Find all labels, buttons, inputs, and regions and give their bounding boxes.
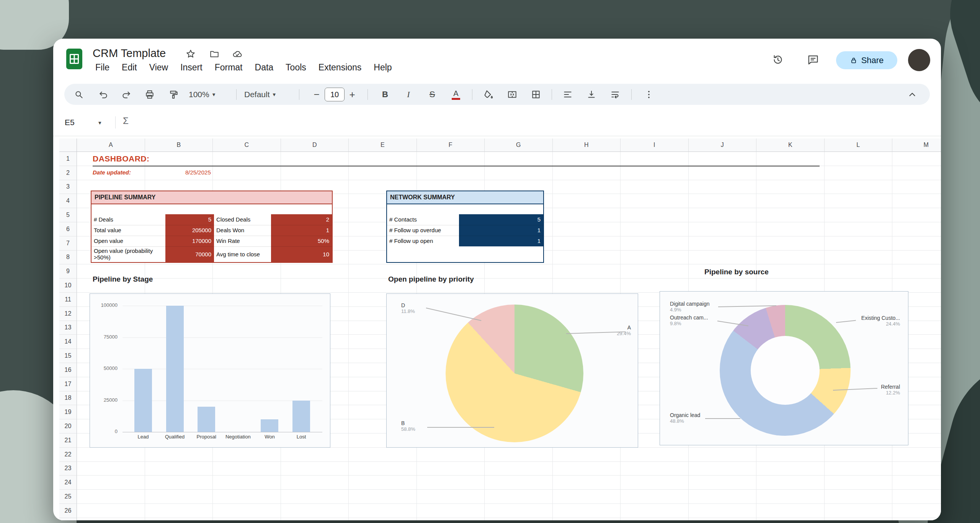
- date-updated-value[interactable]: 8/25/2025: [185, 169, 211, 176]
- column-header-A[interactable]: A: [77, 138, 145, 152]
- menu-edit[interactable]: Edit: [122, 62, 137, 73]
- row-header-9[interactable]: 9: [59, 264, 77, 279]
- row-header-11[interactable]: 11: [59, 293, 77, 307]
- row-header-17[interactable]: 17: [59, 377, 77, 391]
- row-header-13[interactable]: 13: [59, 321, 77, 335]
- cell[interactable]: 2: [271, 214, 332, 225]
- column-header-J[interactable]: J: [689, 138, 757, 152]
- network-summary-header[interactable]: NETWORK SUMMARY: [387, 191, 543, 204]
- blank-row[interactable]: [91, 204, 332, 214]
- dashboard-heading[interactable]: DASHBOARD:: [93, 154, 150, 163]
- row-header-24[interactable]: 24: [59, 476, 77, 490]
- row-header-23[interactable]: 23: [59, 462, 77, 476]
- decrease-font-size-icon[interactable]: −: [310, 88, 323, 101]
- comment-icon[interactable]: [807, 54, 819, 65]
- row-header-26[interactable]: 26: [59, 504, 77, 518]
- row-header-19[interactable]: 19: [59, 405, 77, 419]
- cell[interactable]: 5: [165, 214, 214, 225]
- cell[interactable]: Avg time to close: [214, 246, 271, 262]
- menu-extensions[interactable]: Extensions: [318, 62, 362, 73]
- zoom-select[interactable]: 100%▾: [189, 84, 215, 105]
- folder-icon[interactable]: [209, 48, 220, 60]
- row-header-4[interactable]: 4: [59, 194, 77, 208]
- column-header-L[interactable]: L: [825, 138, 893, 152]
- search-icon[interactable]: [72, 88, 86, 101]
- menu-format[interactable]: Format: [215, 62, 243, 73]
- column-header-H[interactable]: H: [553, 138, 621, 152]
- column-header-E[interactable]: E: [349, 138, 417, 152]
- borders-icon[interactable]: [529, 88, 543, 101]
- date-updated-label[interactable]: Date updated:: [93, 169, 131, 176]
- cloud-saved-icon[interactable]: [232, 48, 243, 60]
- bold-icon[interactable]: B: [378, 88, 392, 101]
- row-header-6[interactable]: 6: [59, 222, 77, 236]
- redo-icon[interactable]: [119, 88, 133, 101]
- italic-icon[interactable]: I: [402, 88, 415, 101]
- row-header-1[interactable]: 1: [59, 152, 77, 166]
- row-header-5[interactable]: 5: [59, 208, 77, 222]
- row-header-14[interactable]: 14: [59, 335, 77, 349]
- strikethrough-icon[interactable]: S: [425, 88, 439, 101]
- font-size-input[interactable]: 10: [325, 88, 345, 101]
- row-header-16[interactable]: 16: [59, 363, 77, 377]
- hide-toolbar-icon[interactable]: [905, 88, 919, 101]
- merge-cells-icon[interactable]: [505, 88, 519, 101]
- print-icon[interactable]: [143, 88, 157, 101]
- column-header-D[interactable]: D: [281, 138, 349, 152]
- version-history-icon[interactable]: [772, 54, 784, 65]
- menu-file[interactable]: File: [95, 62, 109, 73]
- row-header-21[interactable]: 21: [59, 433, 77, 448]
- row-header-20[interactable]: 20: [59, 419, 77, 433]
- row-header-15[interactable]: 15: [59, 349, 77, 363]
- cell[interactable]: 5: [459, 214, 543, 225]
- priority-pie-chart[interactable]: D 11.8% A 29.4% B 58.8%: [386, 293, 638, 448]
- cell[interactable]: 205000: [165, 225, 214, 236]
- row-header-22[interactable]: 22: [59, 448, 77, 462]
- cell[interactable]: 170000: [165, 236, 214, 246]
- account-avatar[interactable]: [908, 49, 930, 71]
- horizontal-align-icon[interactable]: [561, 88, 575, 101]
- column-header-C[interactable]: C: [213, 138, 281, 152]
- cell[interactable]: 50%: [271, 236, 332, 246]
- column-header-F[interactable]: F: [417, 138, 485, 152]
- more-options-icon[interactable]: [642, 88, 656, 101]
- menu-tools[interactable]: Tools: [286, 62, 306, 73]
- cell[interactable]: Win Rate: [214, 236, 271, 246]
- cell[interactable]: 1: [459, 236, 543, 246]
- row-header-8[interactable]: 8: [59, 251, 77, 265]
- row-header-2[interactable]: 2: [59, 166, 77, 180]
- select-all-corner[interactable]: [59, 138, 77, 152]
- increase-font-size-icon[interactable]: +: [345, 88, 359, 101]
- undo-icon[interactable]: [96, 88, 110, 101]
- cell[interactable]: # Follow up overdue: [387, 225, 459, 236]
- text-wrap-icon[interactable]: [608, 88, 622, 101]
- cell[interactable]: # Contacts: [387, 214, 459, 225]
- vertical-align-icon[interactable]: [585, 88, 598, 101]
- star-icon[interactable]: [185, 48, 196, 60]
- cell[interactable]: Deals Won: [214, 225, 271, 236]
- column-header-B[interactable]: B: [145, 138, 213, 152]
- cell[interactable]: Open value (probability >50%): [91, 246, 165, 262]
- row-header-7[interactable]: 7: [59, 236, 77, 251]
- cell[interactable]: Open value: [91, 236, 165, 246]
- cell[interactable]: Closed Deals: [214, 214, 271, 225]
- functions-icon[interactable]: Σ: [123, 116, 129, 126]
- column-header-K[interactable]: K: [756, 138, 825, 152]
- pipeline-summary-header[interactable]: PIPELINE SUMMARY: [91, 191, 332, 204]
- chevron-down-icon[interactable]: ▾: [98, 119, 101, 126]
- text-color-icon[interactable]: A: [449, 88, 463, 101]
- paint-format-icon[interactable]: [167, 88, 180, 101]
- cell[interactable]: 10: [271, 246, 332, 262]
- cell[interactable]: 70000: [165, 246, 214, 262]
- cell[interactable]: 1: [459, 225, 543, 236]
- cell[interactable]: 1: [271, 225, 332, 236]
- fill-color-icon[interactable]: [482, 88, 495, 101]
- sheets-logo-icon[interactable]: [66, 49, 82, 69]
- blank-row[interactable]: [387, 204, 543, 214]
- cell[interactable]: # Follow up open: [387, 236, 459, 246]
- share-button[interactable]: Share: [836, 51, 897, 69]
- source-donut-chart[interactable]: Digital campaign 4.9% Outreach cam... 9.…: [660, 291, 908, 445]
- cell[interactable]: Total value: [91, 225, 165, 236]
- row-header-27[interactable]: 27: [59, 518, 77, 520]
- cell[interactable]: # Deals: [91, 214, 165, 225]
